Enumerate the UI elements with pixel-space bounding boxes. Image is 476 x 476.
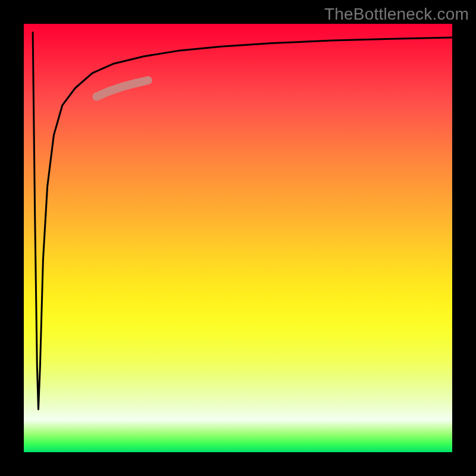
main-curve [33, 32, 452, 409]
curve-layer [24, 24, 452, 452]
chart-stage: TheBottleneck.com [0, 0, 476, 476]
watermark-text: TheBottleneck.com [324, 5, 469, 24]
highlight-segment [96, 80, 148, 96]
plot-area [24, 24, 452, 452]
